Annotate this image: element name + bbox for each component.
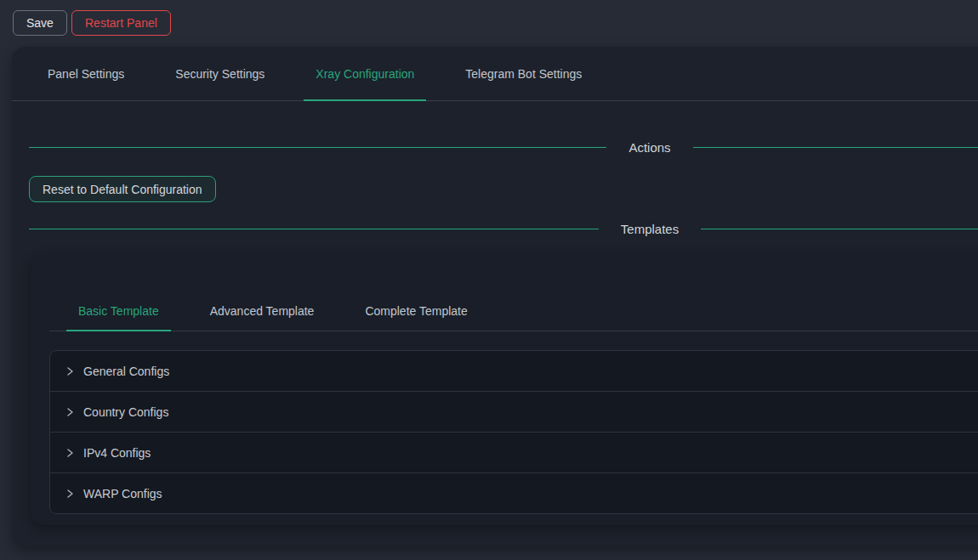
settings-tabbar: Panel Settings Security Settings Xray Co… — [12, 47, 978, 101]
chevron-right-icon — [65, 448, 75, 458]
chevron-right-icon — [65, 489, 75, 499]
tab-security-settings[interactable]: Security Settings — [163, 47, 276, 100]
accordion-item-warp-configs[interactable]: WARP Configs — [50, 472, 978, 513]
accordion-item-label: IPv4 Configs — [83, 446, 151, 460]
chevron-right-icon — [65, 366, 75, 376]
templates-card: Basic Template Advanced Template Complet… — [31, 254, 978, 525]
actions-divider-label: Actions — [606, 140, 692, 155]
page: Save Restart Panel Panel Settings Securi… — [0, 0, 978, 560]
accordion-item-label: WARP Configs — [83, 487, 162, 501]
actions-divider: Actions — [29, 133, 978, 161]
tab-basic-template[interactable]: Basic Template — [66, 304, 171, 331]
template-tabbar-inner: Basic Template Advanced Template Complet… — [66, 274, 978, 331]
top-toolbar: Save Restart Panel — [0, 0, 978, 42]
tab-complete-template[interactable]: Complete Template — [353, 304, 479, 331]
accordion-item-label: Country Configs — [83, 405, 168, 419]
settings-tabbar-inner: Panel Settings Security Settings Xray Co… — [36, 47, 978, 100]
accordion-item-ipv4-configs[interactable]: IPv4 Configs — [50, 432, 978, 472]
tab-panel-settings[interactable]: Panel Settings — [36, 47, 136, 100]
tab-advanced-template[interactable]: Advanced Template — [198, 304, 327, 331]
settings-card: Panel Settings Security Settings Xray Co… — [12, 47, 978, 546]
accordion-item-general-configs[interactable]: General Configs — [50, 351, 978, 391]
accordion-item-label: General Configs — [83, 365, 169, 378]
templates-divider-label: Templates — [599, 222, 701, 236]
tab-xray-configuration[interactable]: Xray Configuration — [304, 47, 426, 100]
template-tabbar: Basic Template Advanced Template Complet… — [49, 254, 978, 331]
reset-default-configuration-button[interactable]: Reset to Default Configuration — [29, 176, 216, 202]
config-accordion: General Configs Country Configs — [49, 350, 978, 514]
save-button[interactable]: Save — [13, 10, 67, 36]
templates-divider: Templates — [29, 215, 978, 242]
tab-telegram-bot-settings[interactable]: Telegram Bot Settings — [453, 47, 594, 100]
chevron-right-icon — [65, 407, 75, 417]
restart-panel-button[interactable]: Restart Panel — [71, 10, 171, 36]
accordion-item-country-configs[interactable]: Country Configs — [50, 391, 978, 432]
